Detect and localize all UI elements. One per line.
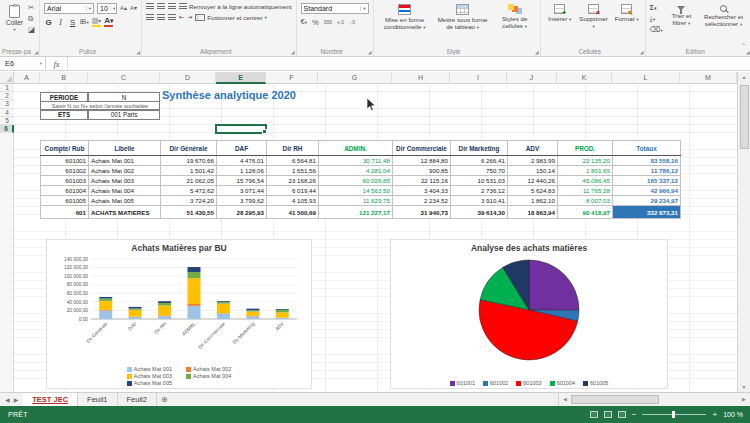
table-cell[interactable]: 60 026,85 bbox=[319, 176, 393, 186]
prev-sheet-icon[interactable]: ◀ bbox=[5, 396, 10, 403]
table-cell[interactable]: 1 501,42 bbox=[161, 166, 217, 176]
table-cell[interactable]: 41 500,69 bbox=[267, 206, 319, 219]
wrap-text-button[interactable]: Renvoyer à la ligne automatiquement bbox=[179, 3, 292, 10]
table-cell[interactable]: 2 234,52 bbox=[393, 196, 451, 206]
increase-indent-icon[interactable]: ⇥ bbox=[187, 13, 192, 22]
column-header-I[interactable]: I bbox=[450, 72, 507, 84]
scroll-left-icon[interactable]: ◀ bbox=[560, 393, 570, 406]
decrease-indent-icon[interactable]: ⇤ bbox=[179, 13, 184, 22]
table-cell[interactable]: 6 564,81 bbox=[267, 156, 319, 166]
table-cell[interactable]: 12 884,80 bbox=[393, 156, 451, 166]
next-sheet-icon[interactable]: ▶ bbox=[14, 396, 19, 403]
table-cell[interactable]: 5 624,83 bbox=[508, 186, 558, 196]
column-header-E[interactable]: E bbox=[216, 72, 266, 84]
table-cell[interactable]: 10 531,03 bbox=[451, 176, 508, 186]
report-title[interactable]: Synthèse analytique 2020 bbox=[162, 89, 296, 101]
underline-button[interactable]: S bbox=[68, 18, 77, 27]
table-cell[interactable]: 28 295,93 bbox=[217, 206, 267, 219]
table-header-cell[interactable]: Dir Marketing bbox=[451, 141, 508, 156]
table-header-cell[interactable]: Dir Commerciale bbox=[393, 141, 451, 156]
table-cell[interactable]: 750,70 bbox=[451, 166, 508, 176]
column-header-H[interactable]: H bbox=[392, 72, 450, 84]
table-cell[interactable]: 601 bbox=[41, 206, 89, 219]
scroll-right-icon[interactable]: ▶ bbox=[739, 393, 749, 406]
collapse-ribbon-icon[interactable]: ⌃ bbox=[741, 42, 746, 49]
column-header-F[interactable]: F bbox=[266, 72, 318, 84]
table-cell[interactable]: 601003 bbox=[41, 176, 89, 186]
table-header-cell[interactable]: Compte/ Rub bbox=[41, 141, 89, 156]
row-header-5[interactable]: 5 bbox=[0, 117, 14, 125]
delete-cells-button[interactable]: Supprimer ▾ bbox=[577, 3, 611, 30]
zoom-in-icon[interactable]: + bbox=[712, 411, 717, 419]
currency-format-icon[interactable]: €▾ bbox=[301, 17, 307, 27]
table-header-cell[interactable]: PROD. bbox=[558, 141, 613, 156]
increase-decimal-icon[interactable]: +,0 bbox=[337, 18, 344, 27]
clear-icon[interactable]: ⌫▾ bbox=[650, 25, 663, 35]
zoom-level[interactable]: 100 % bbox=[723, 411, 743, 418]
table-cell[interactable]: 45 086,45 bbox=[558, 176, 613, 186]
table-cell[interactable]: 601002 bbox=[41, 166, 89, 176]
table-header-cell[interactable]: Totaux bbox=[613, 141, 681, 156]
cut-icon[interactable]: ✂ bbox=[28, 3, 35, 12]
table-cell[interactable]: 1 801,69 bbox=[558, 166, 613, 176]
page-layout-view-icon[interactable] bbox=[604, 411, 612, 418]
table-cell[interactable]: 29 234,97 bbox=[613, 196, 681, 206]
table-cell[interactable]: 22 115,16 bbox=[393, 176, 451, 186]
font-size-select[interactable]: 10▾ bbox=[97, 3, 117, 14]
increase-font-icon[interactable]: A▴ bbox=[120, 4, 127, 13]
table-cell[interactable]: 3 910,41 bbox=[451, 196, 508, 206]
horizontal-scrollbar[interactable]: ◀ ▶ bbox=[558, 393, 750, 406]
table-cell[interactable]: 6 019,44 bbox=[267, 186, 319, 196]
worksheet[interactable]: ABCDEFGHIJKLM PERIODE N Synthèse analyti… bbox=[0, 72, 737, 392]
table-cell[interactable]: 3 799,62 bbox=[217, 196, 267, 206]
row-header-4[interactable]: 4 bbox=[0, 109, 14, 117]
table-cell[interactable]: Achats Mat 005 bbox=[89, 196, 161, 206]
table-cell[interactable]: 4 105,93 bbox=[267, 196, 319, 206]
table-cell[interactable]: 12 440,26 bbox=[508, 176, 558, 186]
column-header-B[interactable]: B bbox=[40, 72, 88, 84]
table-cell[interactable]: 3 404,33 bbox=[393, 186, 451, 196]
table-cell[interactable]: 3 071,44 bbox=[217, 186, 267, 196]
table-cell[interactable]: 39 614,30 bbox=[451, 206, 508, 219]
align-left-icon[interactable] bbox=[146, 14, 154, 21]
table-cell[interactable]: Achats Mat 003 bbox=[89, 176, 161, 186]
table-cell[interactable]: 11 629,75 bbox=[319, 196, 393, 206]
column-header-G[interactable]: G bbox=[318, 72, 392, 84]
page-break-view-icon[interactable] bbox=[618, 411, 626, 418]
table-cell[interactable]: 8 007,03 bbox=[558, 196, 613, 206]
analytic-table[interactable]: Compte/ RubLibelleDir GénéraleDAFDir RHA… bbox=[40, 140, 681, 219]
column-header-J[interactable]: J bbox=[507, 72, 557, 84]
dialog-launcher-icon[interactable]: ◢ bbox=[291, 49, 295, 55]
column-header-M[interactable]: M bbox=[680, 72, 737, 84]
align-center-icon[interactable] bbox=[157, 14, 165, 21]
new-sheet-button[interactable]: ⊕ bbox=[157, 393, 172, 406]
paste-button[interactable]: Coller ▾ bbox=[4, 4, 25, 33]
table-cell[interactable]: 1 862,10 bbox=[508, 196, 558, 206]
table-header-cell[interactable]: Libelle bbox=[89, 141, 161, 156]
insert-cells-button[interactable]: Insérer ▾ bbox=[545, 3, 575, 23]
zoom-slider[interactable] bbox=[642, 414, 706, 415]
ets-value-cell[interactable]: 001 Paris bbox=[88, 110, 160, 120]
sort-filter-button[interactable]: Trier et filtrer ▾ bbox=[665, 3, 697, 27]
column-header-K[interactable]: K bbox=[557, 72, 612, 84]
table-cell[interactable]: 3 724,20 bbox=[161, 196, 217, 206]
name-box[interactable]: E6 ▾ bbox=[0, 57, 46, 70]
dialog-launcher-icon[interactable]: ◢ bbox=[34, 49, 38, 55]
table-cell[interactable]: 21 062,05 bbox=[161, 176, 217, 186]
table-cell[interactable]: 11 765,28 bbox=[558, 186, 613, 196]
merge-center-button[interactable]: Fusionner et centrer ▾ bbox=[195, 14, 267, 21]
table-cell[interactable]: 150,14 bbox=[508, 166, 558, 176]
column-header-D[interactable]: D bbox=[160, 72, 216, 84]
row-header-1[interactable]: 1 bbox=[0, 84, 14, 92]
table-cell[interactable]: 2 736,12 bbox=[451, 186, 508, 196]
table-cell[interactable]: 11 786,12 bbox=[613, 166, 681, 176]
bold-button[interactable]: G bbox=[44, 18, 53, 27]
dialog-launcher-icon[interactable]: ◢ bbox=[535, 49, 539, 55]
table-cell[interactable]: 14 563,50 bbox=[319, 186, 393, 196]
italic-button[interactable]: I bbox=[56, 18, 65, 27]
row-header-2[interactable]: 2 bbox=[0, 92, 14, 100]
fill-color-icon[interactable]: ▨▾ bbox=[92, 17, 102, 27]
table-cell[interactable]: 15 796,54 bbox=[217, 176, 267, 186]
format-cells-button[interactable]: Format ▾ bbox=[613, 3, 641, 23]
thousands-format-icon[interactable]: 000 bbox=[324, 18, 332, 27]
